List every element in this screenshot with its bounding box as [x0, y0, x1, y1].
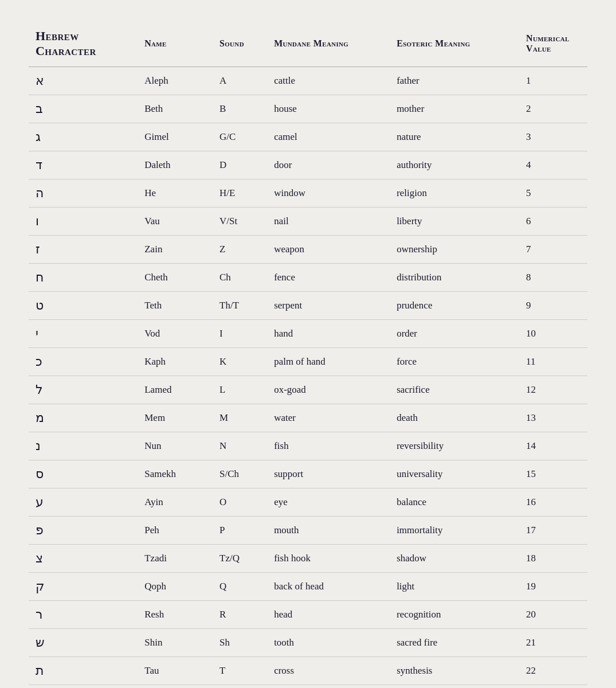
- cell-hebrew: צ: [29, 545, 138, 573]
- cell-esoteric: immortality: [390, 517, 519, 545]
- cell-name: Zain: [138, 236, 213, 264]
- table-row: חChethChfencedistribution8: [29, 264, 587, 292]
- table-row: דDalethDdoorauthority4: [29, 151, 587, 179]
- cell-numerical: 19: [519, 573, 587, 601]
- table-row: שShinShtoothsacred fire21: [29, 629, 587, 657]
- cell-numerical: 9: [519, 292, 587, 320]
- table-header-row: Hebrew Character Name Sound Mundane Mean…: [29, 23, 587, 67]
- cell-hebrew: ה: [29, 179, 138, 208]
- cell-sound: G/C: [213, 123, 267, 151]
- cell-numerical: 10: [519, 320, 587, 348]
- cell-name: Ayin: [138, 488, 213, 517]
- table-row: וVauV/Stnailliberty6: [29, 208, 587, 236]
- cell-sound: T: [213, 657, 267, 685]
- cell-esoteric: nature: [390, 123, 519, 151]
- cell-esoteric: authority: [390, 151, 519, 179]
- table-row: נNunNfishreversibility14: [29, 432, 587, 460]
- cell-sound: Q: [213, 573, 267, 601]
- cell-mundane: door: [267, 151, 390, 179]
- cell-hebrew: ע: [29, 488, 138, 517]
- cell-esoteric: prudence: [390, 292, 519, 320]
- cell-numerical: 1: [519, 67, 587, 95]
- header-esoteric: Esoteric Meaning: [390, 23, 519, 67]
- cell-mundane: camel: [267, 123, 390, 151]
- cell-numerical: 22: [519, 657, 587, 685]
- cell-sound: Ch: [213, 264, 267, 292]
- cell-hebrew: נ: [29, 432, 138, 460]
- table-row: צTzadiTz/Qfish hookshadow18: [29, 545, 587, 573]
- cell-sound: M: [213, 404, 267, 432]
- cell-hebrew: ק: [29, 573, 138, 601]
- cell-hebrew: ב: [29, 95, 138, 123]
- cell-name: Samekh: [138, 460, 213, 488]
- header-name: Name: [138, 23, 213, 67]
- cell-numerical: 20: [519, 601, 587, 629]
- main-container: Hebrew Character Name Sound Mundane Mean…: [11, 11, 605, 688]
- cell-sound: D: [213, 151, 267, 179]
- table-row: יVodIhandorder10: [29, 320, 587, 348]
- cell-esoteric: ownership: [390, 236, 519, 264]
- cell-name: Nun: [138, 432, 213, 460]
- cell-name: Mem: [138, 404, 213, 432]
- cell-hebrew: א: [29, 67, 138, 95]
- cell-esoteric: shadow: [390, 545, 519, 573]
- cell-esoteric: force: [390, 348, 519, 376]
- cell-sound: S/Ch: [213, 460, 267, 488]
- cell-mundane: support: [267, 460, 390, 488]
- cell-mundane: ox-goad: [267, 376, 390, 404]
- cell-hebrew: פ: [29, 517, 138, 545]
- cell-esoteric: balance: [390, 488, 519, 517]
- cell-sound: Tz/Q: [213, 545, 267, 573]
- cell-numerical: 6: [519, 208, 587, 236]
- cell-mundane: head: [267, 601, 390, 629]
- cell-name: Aleph: [138, 67, 213, 95]
- cell-sound: Z: [213, 236, 267, 264]
- cell-esoteric: recognition: [390, 601, 519, 629]
- cell-sound: H/E: [213, 179, 267, 208]
- cell-name: Lamed: [138, 376, 213, 404]
- cell-sound: L: [213, 376, 267, 404]
- cell-mundane: palm of hand: [267, 348, 390, 376]
- table-row: קQophQback of headlight19: [29, 573, 587, 601]
- cell-sound: Sh: [213, 629, 267, 657]
- cell-numerical: 3: [519, 123, 587, 151]
- cell-hebrew: ת: [29, 657, 138, 685]
- header-mundane: Mundane Meaning: [267, 23, 390, 67]
- table-row: טTethTh/Tserpentprudence9: [29, 292, 587, 320]
- cell-numerical: 8: [519, 264, 587, 292]
- cell-name: Peh: [138, 517, 213, 545]
- cell-sound: N: [213, 432, 267, 460]
- cell-mundane: eye: [267, 488, 390, 517]
- cell-sound: I: [213, 320, 267, 348]
- cell-hebrew: ש: [29, 629, 138, 657]
- hebrew-alphabet-table: Hebrew Character Name Sound Mundane Mean…: [29, 23, 587, 685]
- cell-mundane: mouth: [267, 517, 390, 545]
- cell-sound: A: [213, 67, 267, 95]
- table-row: בBethBhousemother2: [29, 95, 587, 123]
- cell-esoteric: religion: [390, 179, 519, 208]
- table-row: כKaphKpalm of handforce11: [29, 348, 587, 376]
- cell-sound: Th/T: [213, 292, 267, 320]
- cell-mundane: back of head: [267, 573, 390, 601]
- cell-mundane: tooth: [267, 629, 390, 657]
- cell-esoteric: light: [390, 573, 519, 601]
- cell-hebrew: ט: [29, 292, 138, 320]
- cell-name: Shin: [138, 629, 213, 657]
- cell-numerical: 2: [519, 95, 587, 123]
- cell-sound: B: [213, 95, 267, 123]
- cell-esoteric: distribution: [390, 264, 519, 292]
- cell-sound: V/St: [213, 208, 267, 236]
- cell-mundane: nail: [267, 208, 390, 236]
- cell-esoteric: father: [390, 67, 519, 95]
- cell-hebrew: כ: [29, 348, 138, 376]
- cell-sound: K: [213, 348, 267, 376]
- cell-numerical: 21: [519, 629, 587, 657]
- cell-name: Teth: [138, 292, 213, 320]
- cell-mundane: fish: [267, 432, 390, 460]
- header-numerical: Numerical Value: [519, 23, 587, 67]
- cell-hebrew: ד: [29, 151, 138, 179]
- table-row: אAlephAcattlefather1: [29, 67, 587, 95]
- cell-name: Qoph: [138, 573, 213, 601]
- cell-hebrew: מ: [29, 404, 138, 432]
- cell-name: Daleth: [138, 151, 213, 179]
